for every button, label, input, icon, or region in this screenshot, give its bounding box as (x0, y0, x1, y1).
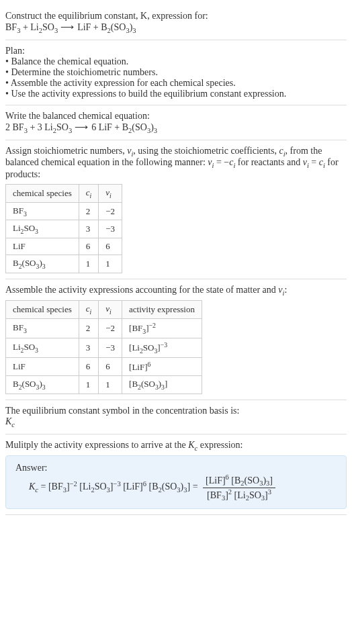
species: LiF + B (99, 122, 128, 132)
coef: 6 (91, 122, 99, 132)
intro-text: Construct the equilibrium constant, K, e… (5, 11, 208, 21)
cell-ci: 1 (79, 376, 99, 394)
term: (SO (245, 475, 260, 486)
term: [Li (79, 481, 91, 492)
term: [B (148, 481, 158, 492)
col-vi: νi (99, 185, 122, 203)
reaction-arrow: ⟶ (75, 122, 92, 132)
table-row: B2(SO3)3 1 1 [B2(SO3)3] (6, 376, 202, 394)
subscript: 3 (132, 27, 136, 34)
cell-ci: 3 (79, 338, 99, 357)
text: Li (13, 223, 21, 233)
term: [LiF] (123, 481, 143, 492)
kc-heading: The equilibrium constant symbol in the c… (5, 406, 347, 416)
stoich-section: Assign stoichiometric numbers, νi, using… (5, 140, 347, 279)
species: (SO (111, 22, 126, 32)
table-row: BF3 2 −2 (6, 202, 122, 220)
plan-bullet: • Use the activity expressions to build … (5, 89, 347, 99)
plan-heading: Plan: (5, 46, 347, 56)
fraction-numerator: [LiF]6 [B2(SO3)3] (203, 473, 275, 488)
fraction: [LiF]6 [B2(SO3)3] [BF3]2 [Li2SO3]3 (203, 473, 275, 502)
subscript: 3 (42, 263, 46, 270)
species: SO (42, 22, 54, 32)
plan-bullet: • Balance the chemical equation. (5, 56, 347, 67)
subscript: 3 (154, 127, 157, 134)
plus: + (23, 22, 30, 32)
term: SO (95, 481, 107, 492)
final-heading: Mulitply the activity expressions to arr… (5, 440, 347, 452)
cell-activity: [LiF]6 (122, 357, 202, 375)
text: Mulitply the activity expressions to arr… (5, 440, 188, 450)
activity-table: chemical species ci νi activity expressi… (5, 300, 202, 394)
var-k: K (5, 416, 11, 426)
cell-activity: [BF3]−2 (122, 318, 202, 338)
table-row: B2(SO3)3 1 1 (6, 255, 122, 273)
intro-line1: Construct the equilibrium constant, K, e… (5, 11, 347, 21)
kc-symbol: Kc (5, 416, 347, 428)
subscript: 3 (24, 127, 28, 134)
plan-section: Plan: • Balance the chemical equation. •… (5, 40, 347, 105)
cell-species: LiF (6, 357, 79, 375)
cell-ci: 1 (79, 255, 99, 273)
text: B (13, 258, 19, 268)
cell-ci: 2 (79, 202, 99, 220)
text: (SO (22, 379, 36, 389)
text: Assemble the activity expressions accoun… (5, 285, 278, 295)
balanced-section: Write the balanced chemical equation: 2 … (5, 105, 347, 140)
equals: = (38, 481, 48, 492)
col-activity: activity expression (122, 301, 202, 319)
subscript: c (11, 421, 15, 428)
superscript: 6 (226, 473, 229, 481)
table-header-row: chemical species ci νi (6, 185, 122, 203)
term: ] (269, 475, 273, 486)
text: SO (24, 342, 35, 352)
subscript: 3 (24, 327, 27, 334)
cell-activity: [B2(SO3)3] (122, 376, 202, 394)
table-row: Li2SO3 3 −3 [Li2SO3]−3 (6, 338, 202, 357)
cell-ci: 2 (79, 318, 99, 338)
table-header-row: chemical species ci νi activity expressi… (6, 301, 202, 319)
cell-species: B2(SO3)3 (6, 376, 79, 394)
species: Li (30, 22, 38, 32)
activity-heading: Assemble the activity expressions accoun… (5, 285, 347, 297)
species: BF (5, 22, 17, 32)
cell-vi: −2 (99, 202, 122, 220)
cell-species: BF3 (6, 202, 79, 220)
var-k: K (29, 481, 35, 492)
cell-vi: 6 (99, 357, 122, 375)
superscript: −3 (161, 341, 167, 349)
var-k: K (188, 440, 194, 450)
text: = − (214, 157, 229, 167)
table-row: LiF 6 6 [LiF]6 (6, 357, 202, 375)
term: [BF (48, 481, 63, 492)
species: SO (56, 122, 69, 132)
text: (SO (141, 379, 155, 389)
subscript: 3 (17, 27, 20, 34)
coef: 3 (38, 122, 45, 132)
cell-ci: 6 (79, 238, 99, 255)
activity-section: Assemble the activity expressions accoun… (5, 279, 347, 400)
stoich-table: chemical species ci νi BF3 2 −2 Li2SO3 3… (5, 184, 122, 273)
cell-species: Li2SO3 (6, 220, 79, 238)
text: Assign stoichiometric numbers, (5, 146, 127, 156)
term: [BF (207, 490, 222, 500)
subscript: 3 (54, 27, 58, 34)
text: for reactants and (235, 157, 302, 167)
text: = (309, 157, 319, 167)
species: BF (13, 122, 24, 132)
text: : (284, 285, 287, 295)
subscript: i (109, 192, 112, 199)
text: SO (143, 342, 155, 353)
final-section: Mulitply the activity expressions to arr… (5, 434, 347, 516)
superscript: 3 (268, 488, 271, 496)
answer-box: Answer: Kc = [BF3]−2 [Li2SO3]−3 [LiF]6 [… (5, 455, 347, 509)
cell-vi: 1 (99, 255, 122, 273)
term: (SO (162, 481, 177, 492)
answer-expression: Kc = [BF3]−2 [Li2SO3]−3 [LiF]6 [B2(SO3)3… (29, 473, 337, 502)
subscript: 3 (69, 127, 72, 134)
subscript: i (90, 192, 92, 199)
cell-vi: −3 (99, 220, 122, 238)
term: ] (187, 481, 190, 492)
col-vi: νi (99, 301, 122, 319)
equals: = (193, 481, 200, 492)
